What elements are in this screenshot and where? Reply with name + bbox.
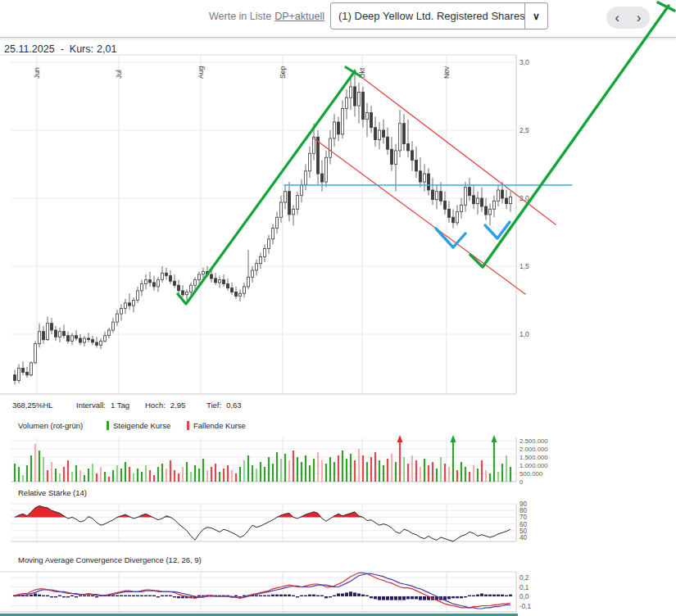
chevron-down-icon: ∨ [525,11,547,22]
svg-text:500.000: 500.000 [519,470,543,478]
instrument-dropdown[interactable]: (1) Deep Yellow Ltd. Registered Shares o… [330,2,548,29]
macd-panel-title: Moving Average Convergence Divergence (1… [18,555,202,564]
annotation-projection_arrow [470,6,669,267]
svg-text:Jun: Jun [33,67,41,79]
rsi-panel-title: Relative Stärke (14) [18,488,87,497]
chevron-right-icon: › [637,11,641,25]
chart-date: 25.11.2025 [4,43,55,55]
svg-text:90: 90 [519,500,528,508]
svg-text:40: 40 [519,534,528,541]
svg-text:Okt: Okt [358,67,366,79]
prev-button[interactable]: ‹ [606,7,628,29]
svg-text:70: 70 [519,514,528,521]
instrument-dropdown-value: (1) Deep Yellow Ltd. Registered Shares o… [331,10,524,22]
svg-text:60: 60 [519,521,528,528]
low-value: 0,63 [226,401,242,410]
svg-text:-0,1: -0,1 [519,603,532,610]
next-button[interactable]: › [628,7,651,29]
svg-text:1.000.000: 1.000.000 [519,462,548,469]
interval-label: Intervall: [76,401,106,410]
high-label: Hoch: [145,401,166,410]
svg-text:50: 50 [519,528,528,535]
macd-pane: 0,20,10,0-0,1 [0,572,532,612]
svg-text:1,0: 1,0 [519,330,529,338]
low-item: Tief:0,63 [206,401,242,410]
chart-title: 25.11.2025-Kurs:2,01 [4,43,116,55]
falling-swatch-icon [187,421,189,430]
info-bar: 368,25%HL Intervall:1 Tag Hoch:2,95 Tief… [0,401,516,411]
svg-text:0: 0 [519,478,524,486]
svg-text:1.500.000: 1.500.000 [519,454,548,461]
range-value: 368,25%HL [12,401,53,410]
high-value: 2,95 [170,401,186,410]
svg-text:Jul: Jul [115,70,123,79]
instrument-pager: ‹ › [606,7,650,29]
interval-item: Intervall:1 Tag [76,401,129,410]
annotation-check_1 [436,229,465,247]
svg-text:80: 80 [519,507,528,514]
chart-canvas[interactable]: 3,02,52,01,51,0JunJulAugSepOktNov2.500.0… [0,0,676,616]
price-pane: 3,02,52,01,51,0JunJulAugSepOktNov [0,55,529,394]
svg-text:2.000.000: 2.000.000 [519,446,548,453]
legend-rising: Steigende Kurse [107,421,170,430]
legend-falling-label: Fallende Kurse [193,421,246,430]
svg-text:2.500.000: 2.500.000 [519,437,548,445]
interval-value: 1 Tag [111,401,129,410]
svg-text:Sep: Sep [279,66,287,79]
legend-falling: Fallende Kurse [187,421,246,430]
svg-text:3,0: 3,0 [519,58,529,66]
price-label: Kurs: [70,43,93,55]
high-item: Hoch:2,95 [145,401,185,410]
annotation-layer [178,2,674,304]
annotation-check_2 [485,222,510,238]
rsi-pane: 908070605040 [11,500,528,541]
svg-text:0,1: 0,1 [519,584,529,591]
chevron-left-icon: ‹ [615,11,619,25]
low-label: Tief: [206,401,221,410]
svg-text:0,0: 0,0 [519,593,529,600]
annotation-channel_lower [314,138,525,294]
svg-text:Aug: Aug [197,66,205,79]
svg-text:Nov: Nov [442,66,451,79]
rising-swatch-icon [107,421,109,430]
volume-pane: 2.500.0002.000.0001.500.0001.000.000500.… [11,435,548,486]
svg-text:1,5: 1,5 [519,262,529,270]
annotation-channel_upper [358,75,556,224]
list-label-text: Werte in Liste [209,11,271,22]
chart-title-dash: - [61,43,64,55]
svg-text:2,0: 2,0 [519,194,529,202]
price-value: 2,01 [97,43,116,55]
list-label: Werte in ListeDP+aktuell [209,11,324,22]
svg-text:0,2: 0,2 [519,574,529,582]
svg-text:2,5: 2,5 [519,126,529,134]
legend-rising-label: Steigende Kurse [113,421,170,430]
list-link[interactable]: DP+aktuell [274,11,324,22]
volume-panel-title: Volumen (rot-grün) [18,421,83,430]
annotation-trendline_up [178,71,355,304]
